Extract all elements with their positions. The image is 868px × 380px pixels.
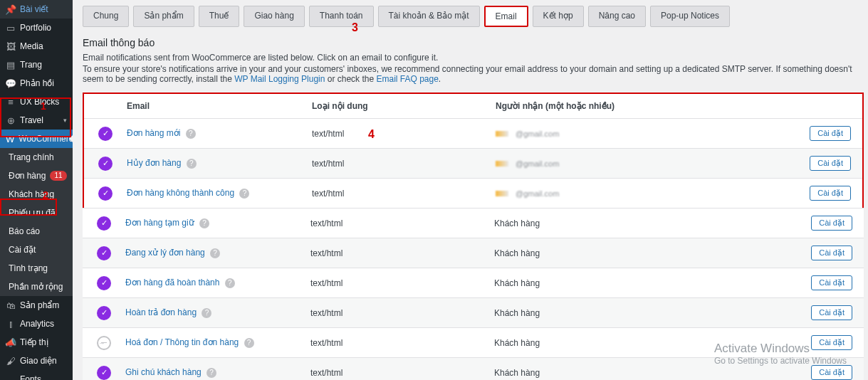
email-name-link[interactable]: Ghi chú khách hàng	[125, 367, 202, 377]
sidebar-item-label: WooCommerce	[19, 134, 73, 144]
sidebar-item-label: Tiếp thị	[20, 337, 48, 347]
email-name-link[interactable]: Đơn hàng không thành công	[127, 188, 234, 198]
email-row: Hoá đơn / Thông tin đơn hàng ? text/html…	[83, 327, 864, 357]
sidebar-item-phản-hồi[interactable]: 💬Phản hồi	[0, 74, 73, 93]
th-recipient: Người nhận (một hoặc nhiều)	[496, 101, 801, 111]
help-icon[interactable]: ?	[244, 338, 254, 348]
manage-button[interactable]: Cài đặt	[811, 305, 852, 320]
content-type-cell: text/html	[310, 248, 494, 258]
help-icon[interactable]: ?	[210, 248, 220, 258]
sidebar-item-fonts-plugin[interactable]: AFonts Plugin	[0, 370, 73, 380]
sidebar-sub-phần-mở-rộng[interactable]: Phần mở rộng	[0, 278, 73, 296]
sidebar-item-woocommerce[interactable]: WWooCommerce	[0, 130, 73, 148]
tab-thanh-to-n[interactable]: Thanh toán	[309, 6, 374, 27]
help-icon[interactable]: ?	[225, 278, 235, 288]
tab-t-i-kho-n-b-o-m-t[interactable]: Tài khoản & Bảo mật	[378, 6, 480, 27]
link-email-faq[interactable]: Email FAQ page	[376, 74, 438, 84]
status-on-icon	[98, 127, 113, 141]
sidebar-item-label: Fonts Plugin	[20, 374, 67, 380]
recipient-avatar	[496, 191, 508, 196]
email-row: Ghi chú khách hàng ? text/html Khách hàn…	[83, 357, 864, 380]
email-name-link[interactable]: Đơn hàng đã hoàn thành	[125, 278, 219, 287]
sidebar-sub-đơn-hàng[interactable]: Đơn hàng11	[0, 167, 73, 185]
sidebar-item-label: Sản phẩm	[20, 300, 59, 310]
chevron-down-icon: ▾	[63, 117, 67, 124]
tab-chung[interactable]: Chung	[83, 6, 129, 27]
sidebar-sub-tình-trạng[interactable]: Tình trạng	[0, 259, 73, 278]
email-row: Hủy đơn hàng ? text/html @gmail.com Cài …	[84, 148, 862, 178]
email-name-link[interactable]: Đang xử lý đơn hàng	[125, 248, 205, 258]
sidebar-item-ux-blocks[interactable]: ≡UX Blocks	[0, 93, 73, 111]
manage-button[interactable]: Cài đặt	[811, 275, 852, 290]
tab-thu-[interactable]: Thuế	[199, 6, 240, 27]
manage-button[interactable]: Cài đặt	[810, 156, 851, 171]
sidebar-sub-trang-chính[interactable]: Trang chính	[0, 148, 73, 167]
sidebar-item-label: UX Blocks	[20, 97, 59, 107]
menu-icon: W	[6, 134, 14, 144]
email-name-link[interactable]: Đơn hàng tạm giữ	[125, 218, 194, 228]
help-icon[interactable]: ?	[239, 189, 249, 199]
menu-icon: ≡	[6, 97, 16, 107]
sidebar-sub-cài-đặt[interactable]: Cài đặt	[0, 241, 73, 259]
sidebar-item-portfolio[interactable]: ▭Portfolio	[0, 19, 73, 37]
content-type-cell: text/html	[310, 218, 494, 228]
status-on-icon	[98, 157, 113, 171]
email-name-link[interactable]: Đơn hàng mới	[127, 128, 180, 138]
sidebar-item-analytics[interactable]: ⫿Analytics	[0, 315, 73, 333]
sidebar-item-label: Đơn hàng	[9, 171, 46, 181]
content-type-cell: text/html	[310, 368, 494, 378]
recipient-text: Khách hàng	[494, 278, 540, 288]
manage-button[interactable]: Cài đặt	[810, 126, 851, 141]
sidebar-item-label: Báo cáo	[9, 226, 40, 236]
email-name-link[interactable]: Hủy đơn hàng	[127, 158, 181, 168]
emails-table-rest: Đơn hàng tạm giữ ? text/html Khách hàng …	[83, 208, 864, 380]
help-icon[interactable]: ?	[199, 218, 209, 228]
help-icon[interactable]: ?	[202, 308, 211, 318]
tab-k-t-h-p[interactable]: Kết hợp	[533, 6, 584, 27]
sidebar-item-label: Portfolio	[20, 23, 51, 33]
tab-s-n-ph-m[interactable]: Sản phẩm	[133, 6, 194, 27]
status-off-icon	[97, 336, 111, 350]
email-row: Đơn hàng mới ? text/html @gmail.com Cài …	[84, 118, 862, 148]
emails-table-highlighted: Email Loại nội dung Người nhận (một hoặc…	[83, 93, 864, 208]
help-icon[interactable]: ?	[186, 129, 196, 139]
tab-n-ng-cao[interactable]: Nâng cao	[588, 6, 646, 27]
help-icon[interactable]: ?	[187, 159, 197, 169]
section-description-2: To ensure your store's notifications arr…	[83, 64, 864, 84]
sidebar-item-travel[interactable]: ⊕Travel▾	[0, 111, 73, 130]
email-name-link[interactable]: Hoá đơn / Thông tin đơn hàng	[125, 337, 239, 347]
sidebar-item-tiếp-thị[interactable]: 📣Tiếp thị	[0, 333, 73, 352]
manage-button[interactable]: Cài đặt	[810, 186, 851, 201]
th-email: Email	[127, 101, 312, 111]
manage-button[interactable]: Cài đặt	[811, 216, 852, 231]
sidebar-sub-phiếu-ưu-đãi[interactable]: Phiếu ưu đãi	[0, 204, 73, 222]
email-name-link[interactable]: Hoàn trả đơn hàng	[125, 307, 197, 317]
manage-button[interactable]: Cài đặt	[811, 335, 852, 350]
tab-giao-h-ng[interactable]: Giao hàng	[244, 6, 304, 27]
th-content-type: Loại nội dung	[312, 101, 496, 111]
tab-email[interactable]: Email	[484, 6, 528, 27]
sidebar-item-sản-phẩm[interactable]: 🛍Sản phẩm	[0, 296, 73, 315]
sidebar-item-trang[interactable]: ▤Trang	[0, 56, 73, 74]
sidebar-item-label: Bài viết	[20, 4, 48, 14]
sidebar-item-media[interactable]: 🖾Media	[0, 37, 73, 56]
recipient-text: Khách hàng	[494, 368, 540, 378]
content-type-cell: text/html	[310, 308, 494, 318]
manage-button[interactable]: Cài đặt	[811, 365, 852, 380]
tab-pop-up-notices[interactable]: Pop-up Notices	[650, 6, 730, 27]
sidebar-sub-báo-cáo[interactable]: Báo cáo	[0, 222, 73, 241]
manage-button[interactable]: Cài đặt	[811, 246, 852, 260]
sidebar-item-bài-viết[interactable]: 📌Bài viết	[0, 0, 73, 19]
menu-icon: 📣	[6, 337, 16, 347]
menu-icon: 🛍	[6, 300, 16, 310]
menu-icon: 📌	[6, 4, 16, 14]
sidebar-sub-khách-hàng[interactable]: Khách hàng	[0, 185, 73, 204]
help-icon[interactable]: ?	[206, 368, 216, 378]
recipient-text: @gmail.com	[516, 189, 559, 198]
sidebar-item-label: Giao diện	[20, 356, 57, 366]
sidebar-item-giao-diện[interactable]: 🖌Giao diện	[0, 352, 73, 370]
menu-icon: ▭	[6, 23, 16, 33]
content-type-cell: text/html	[312, 159, 496, 169]
link-wp-mail-logging[interactable]: WP Mail Logging Plugin	[234, 74, 325, 84]
email-row: Đang xử lý đơn hàng ? text/html Khách hà…	[83, 238, 864, 268]
